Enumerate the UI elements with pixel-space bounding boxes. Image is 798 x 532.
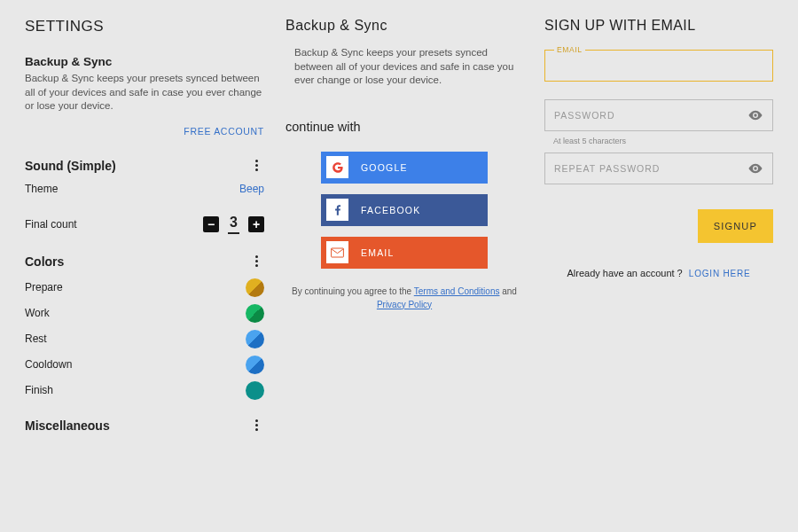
color-row-work: Work bbox=[25, 304, 264, 323]
color-swatch-work[interactable] bbox=[246, 304, 264, 323]
privacy-link[interactable]: Privacy Policy bbox=[377, 300, 432, 309]
agree-text: By continuing you agree to the Terms and… bbox=[286, 285, 523, 311]
color-swatch-cooldown[interactable] bbox=[246, 356, 264, 374]
password-input[interactable] bbox=[554, 109, 747, 121]
color-label: Work bbox=[25, 307, 50, 319]
facebook-label: FACEBOOK bbox=[361, 205, 420, 215]
color-row-finish: Finish bbox=[25, 381, 264, 400]
free-account-link[interactable]: FREE ACCOUNT bbox=[25, 126, 264, 137]
svg-rect-0 bbox=[332, 248, 344, 257]
settings-title: SETTINGS bbox=[25, 18, 264, 35]
already-account-text: Already have an account ? LOGIN HERE bbox=[544, 268, 773, 278]
facebook-signin-button[interactable]: FACEBOOK bbox=[321, 194, 488, 226]
final-count-stepper: − 3 + bbox=[203, 215, 264, 234]
sound-heading: Sound (Simple) bbox=[25, 159, 116, 173]
color-swatch-finish[interactable] bbox=[246, 381, 264, 400]
google-signin-button[interactable]: GOOGLE bbox=[321, 152, 488, 184]
signup-button[interactable]: SIGNUP bbox=[698, 209, 773, 243]
backup-heading: Backup & Sync bbox=[25, 55, 264, 68]
google-label: GOOGLE bbox=[361, 162, 408, 173]
google-icon bbox=[326, 156, 348, 178]
misc-menu-icon[interactable] bbox=[248, 418, 264, 434]
color-label: Rest bbox=[25, 332, 47, 345]
continue-with-label: continue with bbox=[286, 120, 523, 134]
signup-title: SIGN UP WITH EMAIL bbox=[544, 18, 773, 34]
password-field-wrapper bbox=[544, 99, 773, 131]
theme-value[interactable]: Beep bbox=[239, 183, 264, 195]
colors-menu-icon[interactable] bbox=[248, 254, 264, 270]
facebook-icon bbox=[326, 199, 348, 221]
decrement-button[interactable]: − bbox=[203, 216, 219, 232]
email-signin-button[interactable]: EMAIL bbox=[321, 237, 488, 269]
final-count-value: 3 bbox=[228, 215, 239, 234]
color-swatch-rest[interactable] bbox=[246, 330, 264, 348]
color-label: Finish bbox=[25, 384, 53, 396]
password-helper: At least 5 characters bbox=[553, 137, 773, 145]
email-floating-label: EMAIL bbox=[554, 45, 585, 54]
theme-label: Theme bbox=[25, 183, 58, 195]
misc-heading: Miscellaneous bbox=[25, 419, 110, 433]
final-count-label: Final count bbox=[25, 218, 77, 231]
color-label: Cooldown bbox=[25, 358, 72, 371]
email-icon bbox=[326, 241, 348, 263]
color-swatch-prepare[interactable] bbox=[246, 278, 264, 297]
backup-panel-title: Backup & Sync bbox=[286, 18, 523, 34]
repeat-password-input[interactable] bbox=[554, 162, 747, 175]
color-row-prepare: Prepare bbox=[25, 278, 264, 297]
increment-button[interactable]: + bbox=[248, 216, 264, 232]
color-label: Prepare bbox=[25, 281, 63, 293]
backup-desc: Backup & Sync keeps your presets synced … bbox=[25, 72, 264, 113]
backup-panel-desc: Backup & Sync keeps your presets synced … bbox=[286, 46, 523, 88]
show-password-icon[interactable] bbox=[747, 107, 763, 123]
email-label: EMAIL bbox=[361, 247, 395, 258]
email-field-wrapper: EMAIL bbox=[544, 50, 773, 82]
show-repeat-password-icon[interactable] bbox=[747, 160, 763, 176]
login-here-link[interactable]: LOGIN HERE bbox=[689, 269, 751, 278]
email-input[interactable] bbox=[554, 59, 763, 72]
colors-heading: Colors bbox=[25, 254, 64, 269]
repeat-password-field-wrapper bbox=[544, 153, 773, 184]
sound-menu-icon[interactable] bbox=[248, 158, 264, 174]
color-row-rest: Rest bbox=[25, 330, 264, 348]
terms-link[interactable]: Terms and Conditions bbox=[414, 286, 500, 296]
color-row-cooldown: Cooldown bbox=[25, 356, 264, 374]
